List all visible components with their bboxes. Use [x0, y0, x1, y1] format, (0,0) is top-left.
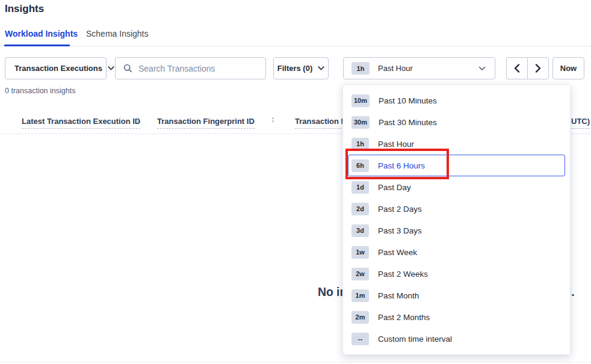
- time-option-label: Past 6 Hours: [378, 161, 425, 170]
- time-option-30m[interactable]: 30m Past 30 Minutes: [348, 111, 565, 133]
- search-icon: [123, 64, 132, 73]
- insights-page: Insights Workload Insights Schema Insigh…: [0, 0, 591, 364]
- time-option-custom[interactable]: -- Custom time interval: [348, 328, 565, 350]
- tab-workload-insights[interactable]: Workload Insights: [5, 29, 78, 39]
- column-header-transaction-fingerprint-id[interactable]: Transaction Fingerprint ID: [157, 117, 255, 129]
- tab-schema-insights[interactable]: Schema Insights: [86, 29, 149, 39]
- workload-type-label: Transaction Executions: [14, 64, 102, 73]
- sort-icon[interactable]: ▲▼: [136, 116, 140, 123]
- insights-count: 0 transaction insights: [5, 87, 75, 95]
- time-option-1m[interactable]: 1m Past Month: [348, 285, 565, 306]
- time-option-label: Past Month: [378, 291, 419, 300]
- time-option-badge: 1m: [351, 289, 369, 302]
- time-option-badge: 2w: [351, 268, 369, 280]
- chevron-down-icon: [478, 66, 486, 71]
- active-tab-underline: [4, 45, 70, 46]
- workload-type-dropdown[interactable]: Transaction Executions: [5, 57, 107, 79]
- filters-label: Filters (0): [277, 64, 313, 73]
- time-option-1w[interactable]: 1w Past Week: [348, 241, 565, 263]
- time-option-label: Past 10 Minutes: [379, 96, 437, 105]
- page-title: Insights: [5, 3, 44, 15]
- time-nav-group: [506, 57, 549, 79]
- column-header-latest-transaction-execution-id[interactable]: Latest Transaction Execution ID: [22, 117, 140, 129]
- time-option-badge: 2m: [351, 311, 369, 324]
- column-header-utc-fragment[interactable]: UTC): [571, 117, 590, 129]
- previous-interval-button[interactable]: [506, 57, 527, 79]
- time-option-label: Custom time interval: [378, 335, 452, 344]
- time-option-label: Past Hour: [378, 140, 414, 149]
- time-option-label: Past 3 Days: [378, 226, 422, 235]
- now-button[interactable]: Now: [552, 57, 584, 79]
- time-option-3d[interactable]: 3d Past 3 Days: [348, 220, 565, 241]
- time-option-label: Past Week: [378, 248, 417, 257]
- chevron-down-icon: [318, 66, 324, 70]
- time-dropdown-menu: 10m Past 10 Minutes 30m Past 30 Minutes …: [342, 84, 571, 355]
- time-option-badge: 10m: [351, 94, 370, 107]
- time-option-badge: 1d: [351, 181, 369, 194]
- time-option-2w[interactable]: 2w Past 2 Weeks: [348, 263, 565, 285]
- time-option-1h[interactable]: 1h Past Hour: [348, 133, 565, 155]
- time-option-label: Past 2 Days: [378, 205, 422, 214]
- time-option-label: Past 2 Weeks: [378, 270, 428, 279]
- time-option-label: Past Day: [378, 183, 411, 192]
- time-option-10m[interactable]: 10m Past 10 Minutes: [348, 90, 565, 111]
- filters-button[interactable]: Filters (0): [273, 57, 329, 79]
- time-option-badge: 30m: [351, 116, 370, 129]
- search-box[interactable]: [115, 57, 266, 79]
- next-interval-button[interactable]: [527, 57, 549, 79]
- time-option-1d[interactable]: 1d Past Day: [348, 176, 565, 198]
- time-option-2m[interactable]: 2m Past 2 Months: [348, 306, 565, 328]
- time-option-badge: 1w: [351, 246, 369, 259]
- search-input[interactable]: [138, 64, 258, 73]
- time-option-badge: 1h: [351, 138, 369, 150]
- time-option-label: Past 30 Minutes: [379, 118, 437, 127]
- time-option-badge: 6h: [351, 159, 369, 172]
- chevron-down-icon: [108, 66, 114, 70]
- bottom-divider: [0, 362, 591, 362]
- tab-bar: Workload Insights Schema Insights: [0, 27, 591, 46]
- time-option-badge: --: [351, 333, 369, 345]
- time-interval-badge: 1h: [351, 62, 370, 75]
- now-label: Now: [560, 64, 577, 73]
- time-interval-label: Past Hour: [378, 64, 413, 73]
- time-option-badge: 3d: [351, 224, 369, 237]
- angle-left-icon: [514, 64, 520, 73]
- time-option-2d[interactable]: 2d Past 2 Days: [348, 198, 565, 220]
- time-option-badge: 2d: [351, 203, 369, 215]
- time-interval-dropdown[interactable]: 1h Past Hour: [343, 57, 495, 79]
- time-option-6h[interactable]: 6h Past 6 Hours: [348, 155, 565, 176]
- angle-right-icon: [535, 64, 541, 73]
- time-option-label: Past 2 Months: [378, 313, 430, 322]
- sort-icon[interactable]: ▲▼: [271, 116, 274, 123]
